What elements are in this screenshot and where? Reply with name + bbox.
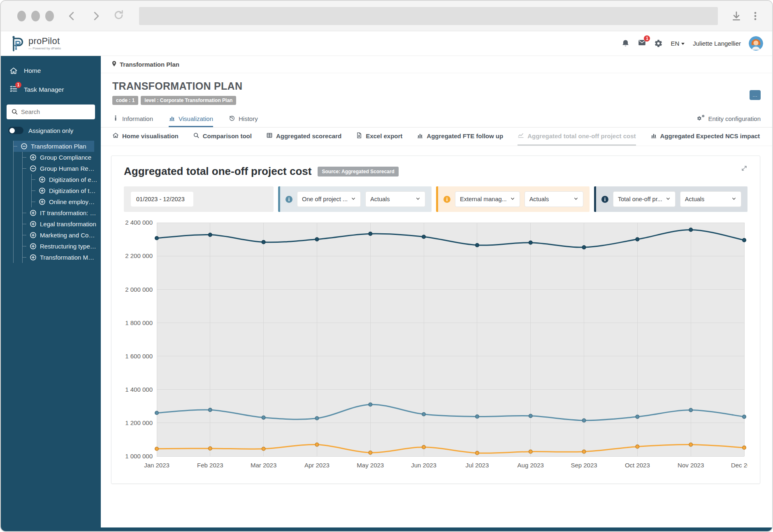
svg-text:Feb 2023: Feb 2023: [197, 462, 223, 469]
expand-icon[interactable]: [741, 165, 747, 172]
search-input[interactable]: [7, 105, 95, 119]
subtab-excel-export[interactable]: Excel export: [356, 128, 402, 146]
app-logo: proPilot — Powered by dFakto: [10, 35, 61, 52]
svg-text:1 000 000: 1 000 000: [125, 453, 153, 460]
expand-icon[interactable]: [39, 187, 46, 194]
svg-text:Jul 2023: Jul 2023: [466, 462, 489, 469]
level-badge: level : Corporate Transformation Plan: [141, 96, 236, 105]
kebab-menu-icon[interactable]: [750, 11, 761, 21]
date-range-input[interactable]: [131, 192, 193, 207]
tree-item-2[interactable]: Group Human Ressources: [23, 163, 101, 174]
download-icon[interactable]: [731, 11, 742, 21]
chart-title: Aggregated total one-off project cost: [124, 165, 311, 178]
gear-icon[interactable]: [654, 39, 663, 48]
search-icon: [193, 132, 200, 140]
measure-select[interactable]: One off project ...: [297, 191, 361, 207]
breadcrumb[interactable]: Transformation Plan: [101, 56, 772, 73]
mail-icon[interactable]: 1: [638, 38, 646, 49]
tree-item-6[interactable]: IT transformation: road to 20...: [23, 207, 101, 218]
tree-item-label: IT transformation: road to 20...: [40, 209, 97, 216]
chart-bar-icon: [417, 132, 423, 140]
expand-icon[interactable]: [30, 243, 37, 250]
caret-down-icon: [681, 40, 685, 47]
tab-information[interactable]: Information: [112, 110, 153, 127]
expand-icon[interactable]: [30, 154, 37, 161]
tree-item-4[interactable]: Digitization of the recruit...: [32, 185, 101, 196]
info-icon[interactable]: [286, 196, 292, 203]
subtab-comparison-tool[interactable]: Comparison tool: [193, 128, 252, 146]
expand-icon[interactable]: [30, 221, 37, 228]
subtab-aggregated-total-one-off-project-cost[interactable]: Aggregated total one-off project cost: [518, 128, 636, 146]
info-icon[interactable]: [601, 196, 608, 203]
tree-item-8[interactable]: Marketing and Communicati...: [23, 230, 101, 241]
gears-icon: [697, 114, 705, 123]
subtab-home-visualisation[interactable]: Home visualisation: [112, 128, 179, 146]
expand-icon[interactable]: [30, 209, 37, 216]
window-dot[interactable]: [45, 11, 54, 21]
subtab-aggregated-scorecard[interactable]: Aggregated scorecard: [266, 128, 341, 146]
info-icon[interactable]: [443, 196, 450, 203]
back-icon[interactable]: [66, 10, 78, 22]
visualisation-subtabs: Home visualisationComparison toolAggrega…: [101, 128, 772, 146]
expand-icon[interactable]: [30, 232, 37, 239]
logo-subtext: — Powered by dFakto: [28, 47, 61, 50]
tasks-icon: 1: [9, 85, 18, 95]
entity-configuration-button[interactable]: Entity configuration: [697, 110, 761, 127]
sidebar-item-task-manager[interactable]: 1 Task Manager: [1, 80, 101, 100]
expand-icon[interactable]: [30, 254, 37, 261]
forward-icon[interactable]: [90, 10, 102, 22]
tab-visualization[interactable]: Visualization: [169, 110, 213, 127]
tree-item-1[interactable]: Group Compliance: [23, 152, 101, 163]
subtab-aggregated-fte-follow-up[interactable]: Aggregated FTE follow up: [417, 128, 503, 146]
svg-text:1 600 000: 1 600 000: [125, 353, 153, 360]
measure-select[interactable]: Total one-off pr...: [613, 191, 676, 207]
tree-item-label: Digitization of the recruit...: [49, 187, 97, 194]
url-bar[interactable]: [139, 7, 718, 25]
tree-item-7[interactable]: Legal transformation: [23, 218, 101, 230]
app-header: proPilot — Powered by dFakto 1 EN Juliet…: [1, 31, 772, 56]
tabs: Information Visualization History Entity…: [101, 110, 772, 128]
tree-item-0[interactable]: Transformation Plan: [14, 141, 94, 152]
home-icon: [9, 67, 18, 75]
main-content: Transformation Plan TRANSFORMATION PLAN …: [101, 56, 772, 527]
location-pin-icon: [111, 60, 117, 68]
expand-icon[interactable]: [39, 176, 46, 183]
svg-text:2 200 000: 2 200 000: [125, 252, 153, 259]
refresh-icon[interactable]: [113, 9, 124, 22]
chevron-down-icon: [728, 196, 736, 202]
chart-line-icon: [518, 132, 524, 140]
user-name[interactable]: Juliette Langellier: [693, 40, 741, 47]
tree-item-10[interactable]: Transformation Master Plan -...: [23, 252, 101, 263]
window-control-dots[interactable]: [17, 11, 54, 21]
history-icon: [229, 115, 235, 123]
subtab-aggregated-expected-ncs-impact[interactable]: Aggregated Expected NCS impact: [650, 128, 760, 146]
collapse-icon[interactable]: [21, 143, 28, 150]
tree-item-5[interactable]: Online employee training ...: [32, 196, 101, 207]
collapse-icon[interactable]: [30, 165, 37, 172]
svg-text:Mar 2023: Mar 2023: [251, 462, 276, 469]
tab-history[interactable]: History: [229, 110, 258, 127]
chevron-down-icon: [662, 196, 671, 202]
assignation-toggle[interactable]: [8, 127, 23, 134]
scenario-select[interactable]: Actuals: [680, 191, 741, 207]
language-selector[interactable]: EN: [671, 40, 685, 47]
tree-item-3[interactable]: Digitization of employees ...: [32, 174, 101, 185]
scenario-select[interactable]: Actuals: [365, 191, 425, 207]
more-actions-button[interactable]: ...: [750, 90, 761, 100]
chevron-down-icon: [412, 196, 420, 202]
bell-icon[interactable]: [621, 39, 630, 48]
scenario-select[interactable]: Actuals: [525, 191, 583, 207]
expand-icon[interactable]: [39, 198, 46, 205]
tree-item-9[interactable]: Restructuring types for firms: [23, 241, 101, 252]
measure-select[interactable]: External manag...: [455, 191, 520, 207]
avatar[interactable]: [749, 36, 763, 51]
chart-icon: [169, 115, 175, 123]
window-dot[interactable]: [31, 11, 40, 21]
sidebar-item-home[interactable]: Home: [1, 62, 101, 80]
sidebar: Home 1 Task Manager Assignation only Tra…: [1, 56, 101, 527]
bottom-strip: [1, 527, 772, 531]
filter-group-0: One off project ...Actuals: [278, 186, 432, 212]
tree-item-label: Legal transformation: [40, 221, 96, 228]
window-dot[interactable]: [17, 11, 26, 21]
line-chart: 1 000 0001 200 0001 400 0001 600 0001 80…: [124, 217, 747, 473]
